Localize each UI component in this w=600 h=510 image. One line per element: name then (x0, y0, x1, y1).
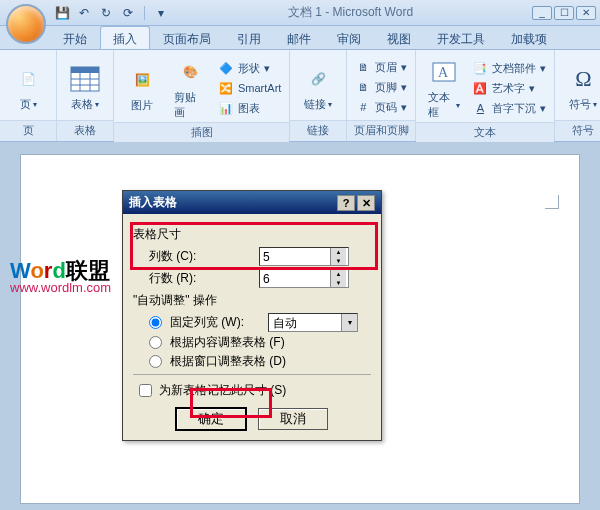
textbox-button[interactable]: A 文本框 (422, 54, 466, 122)
textbox-icon: A (428, 56, 460, 88)
group-tables: 表格 表格 (57, 50, 114, 141)
office-button[interactable] (6, 4, 46, 44)
table-icon (69, 63, 101, 95)
header-icon: 🗎 (355, 59, 371, 75)
insert-table-dialog: 插入表格 ? ✕ 表格尺寸 列数 (C): ▲▼ 行数 (R): ▲▼ "自动调… (122, 190, 382, 441)
fit-window-radio[interactable] (149, 355, 162, 368)
rows-input[interactable] (260, 270, 330, 287)
drop-cap-button[interactable]: A首字下沉 ▾ (470, 99, 548, 117)
qat-dropdown-icon[interactable]: ▾ (153, 5, 169, 21)
svg-text:A: A (438, 65, 449, 80)
ok-button[interactable]: 确定 (176, 408, 246, 430)
tab-review[interactable]: 审阅 (324, 26, 374, 49)
section-autofit-label: "自动调整" 操作 (133, 292, 371, 309)
tab-addins[interactable]: 加载项 (498, 26, 560, 49)
pages-button[interactable]: 📄 页 (6, 61, 50, 114)
dialog-help-button[interactable]: ? (337, 195, 355, 211)
fixed-width-radio[interactable] (149, 316, 162, 329)
clipart-icon: 🎨 (174, 56, 206, 88)
columns-label: 列数 (C): (149, 248, 259, 265)
fixed-width-select[interactable]: 自动 ▾ (268, 313, 358, 332)
footer-icon: 🗎 (355, 79, 371, 95)
wordart-icon: 🅰️ (472, 80, 488, 96)
page-number-icon: # (355, 99, 371, 115)
ribbon-tabs: 开始 插入 页面布局 引用 邮件 审阅 视图 开发工具 加载项 (0, 26, 600, 50)
window-controls: _ ☐ ✕ (532, 6, 596, 20)
close-button[interactable]: ✕ (576, 6, 596, 20)
tab-page-layout[interactable]: 页面布局 (150, 26, 224, 49)
tab-insert[interactable]: 插入 (100, 26, 150, 49)
shapes-icon: 🔷 (218, 60, 234, 76)
dialog-close-button[interactable]: ✕ (357, 195, 375, 211)
ribbon: 📄 页 页 表格 表格 🖼️ 图片 🎨 剪贴画 🔷形状 ▾ (0, 50, 600, 142)
fit-content-label: 根据内容调整表格 (F) (170, 334, 285, 351)
smartart-button[interactable]: 🔀SmartArt (216, 79, 283, 97)
picture-icon: 🖼️ (126, 64, 158, 96)
group-pages: 📄 页 页 (0, 50, 57, 141)
quick-parts-button[interactable]: 📑文档部件 ▾ (470, 59, 548, 77)
group-links: 🔗 链接 链接 (290, 50, 347, 141)
columns-input[interactable] (260, 248, 330, 265)
columns-spinner[interactable]: ▲▼ (259, 247, 349, 266)
rows-down[interactable]: ▼ (330, 279, 346, 288)
separator (144, 6, 145, 20)
dialog-titlebar[interactable]: 插入表格 ? ✕ (123, 191, 381, 214)
undo-icon[interactable]: ↶ (76, 5, 92, 21)
tab-references[interactable]: 引用 (224, 26, 274, 49)
picture-button[interactable]: 🖼️ 图片 (120, 62, 164, 115)
tab-developer[interactable]: 开发工具 (424, 26, 498, 49)
section-size-label: 表格尺寸 (133, 226, 371, 243)
table-button[interactable]: 表格 (63, 61, 107, 114)
chevron-down-icon: ▾ (341, 314, 357, 331)
rows-up[interactable]: ▲ (330, 270, 346, 279)
chart-button[interactable]: 📊图表 (216, 99, 283, 117)
wordart-button[interactable]: 🅰️艺术字 ▾ (470, 79, 548, 97)
footer-button[interactable]: 🗎页脚 ▾ (353, 78, 409, 96)
save-icon[interactable]: 💾 (54, 5, 70, 21)
drop-cap-icon: A (472, 100, 488, 116)
group-illustrations: 🖼️ 图片 🎨 剪贴画 🔷形状 ▾ 🔀SmartArt 📊图表 插图 (114, 50, 290, 141)
cancel-button[interactable]: 取消 (258, 408, 328, 430)
margin-corner (545, 195, 559, 209)
window-title: 文档 1 - Microsoft Word (169, 4, 532, 21)
symbols-button[interactable]: Ω 符号 (561, 61, 600, 114)
chart-icon: 📊 (218, 100, 234, 116)
group-text: A 文本框 📑文档部件 ▾ 🅰️艺术字 ▾ A首字下沉 ▾ 文本 (416, 50, 555, 141)
dialog-title: 插入表格 (129, 194, 177, 211)
page-number-button[interactable]: #页码 ▾ (353, 98, 409, 116)
rows-label: 行数 (R): (149, 270, 259, 287)
fit-content-radio[interactable] (149, 336, 162, 349)
links-button[interactable]: 🔗 链接 (296, 61, 340, 114)
page-icon: 📄 (12, 63, 44, 95)
tab-home[interactable]: 开始 (50, 26, 100, 49)
maximize-button[interactable]: ☐ (554, 6, 574, 20)
tab-view[interactable]: 视图 (374, 26, 424, 49)
quick-parts-icon: 📑 (472, 60, 488, 76)
fit-window-label: 根据窗口调整表格 (D) (170, 353, 286, 370)
rows-spinner[interactable]: ▲▼ (259, 269, 349, 288)
header-button[interactable]: 🗎页眉 ▾ (353, 58, 409, 76)
smartart-icon: 🔀 (218, 80, 234, 96)
redo-icon[interactable]: ↻ (98, 5, 114, 21)
fixed-width-label: 固定列宽 (W): (170, 314, 264, 331)
tab-mailings[interactable]: 邮件 (274, 26, 324, 49)
columns-down[interactable]: ▼ (330, 257, 346, 266)
minimize-button[interactable]: _ (532, 6, 552, 20)
shapes-button[interactable]: 🔷形状 ▾ (216, 59, 283, 77)
remember-checkbox[interactable] (139, 384, 152, 397)
group-symbols: Ω 符号 符号 (555, 50, 600, 141)
clipart-button[interactable]: 🎨 剪贴画 (168, 54, 212, 122)
omega-icon: Ω (567, 63, 599, 95)
repeat-icon[interactable]: ⟳ (120, 5, 136, 21)
remember-label: 为新表格记忆此尺寸 (S) (159, 382, 286, 399)
link-icon: 🔗 (302, 63, 334, 95)
svg-rect-1 (71, 67, 99, 73)
quick-access-toolbar: 💾 ↶ ↻ ⟳ ▾ (54, 5, 169, 21)
titlebar: 💾 ↶ ↻ ⟳ ▾ 文档 1 - Microsoft Word _ ☐ ✕ (0, 0, 600, 26)
columns-up[interactable]: ▲ (330, 248, 346, 257)
group-header-footer: 🗎页眉 ▾ 🗎页脚 ▾ #页码 ▾ 页眉和页脚 (347, 50, 416, 141)
